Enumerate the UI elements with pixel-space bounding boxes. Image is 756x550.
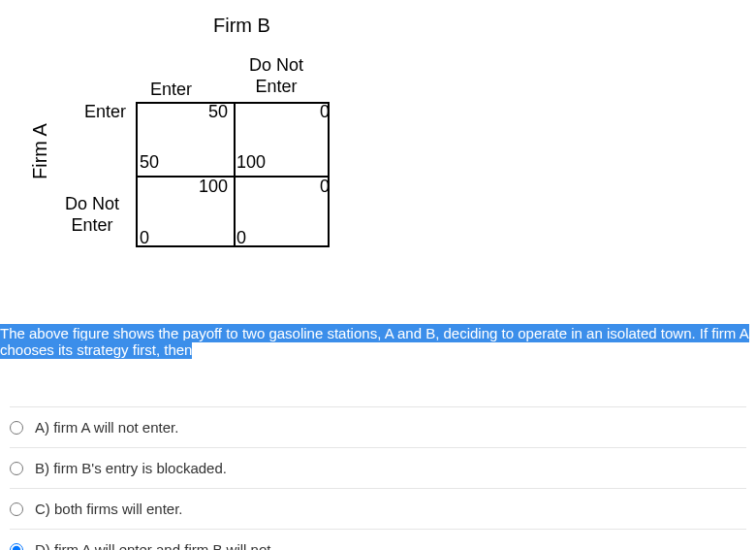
payoff-bl-a: 0: [140, 228, 149, 248]
option-c[interactable]: C) both firms will enter.: [10, 489, 746, 530]
payoff-tl-b: 50: [208, 102, 228, 122]
row-header-not-enter: Do Not Enter: [65, 194, 119, 236]
answer-options: A) firm A will not enter. B) firm B's en…: [0, 406, 756, 550]
option-d[interactable]: D) firm A will enter and firm B will not…: [10, 530, 746, 550]
payoff-figure: Firm B Firm A Enter Do Not Enter Enter D…: [19, 5, 388, 276]
option-d-label: D) firm A will enter and firm B will not…: [35, 541, 275, 550]
col2-line2: Enter: [249, 77, 303, 98]
col-header-not-enter: Do Not Enter: [249, 55, 303, 97]
firm-b-label: Firm B: [213, 15, 270, 37]
option-b-label: B) firm B's entry is blockaded.: [35, 460, 227, 476]
payoff-br-b: 0: [320, 177, 330, 197]
question-block: The above figure shows the payoff to two…: [0, 325, 756, 358]
option-a-label: A) firm A will not enter.: [35, 419, 178, 436]
question-text: The above figure shows the payoff to two…: [0, 324, 749, 359]
option-a-radio[interactable]: [10, 421, 23, 435]
option-d-radio[interactable]: [10, 543, 23, 551]
payoff-tr-a: 100: [236, 152, 266, 173]
firm-a-label: Firm A: [29, 123, 51, 179]
row2-line1: Do Not: [65, 194, 119, 215]
matrix-vline: [234, 104, 236, 245]
row2-line2: Enter: [65, 215, 119, 237]
col2-line1: Do Not: [249, 55, 303, 77]
option-a[interactable]: A) firm A will not enter.: [10, 406, 746, 448]
option-c-label: C) both firms will enter.: [35, 501, 183, 517]
matrix-hline: [138, 176, 328, 178]
col-header-enter: Enter: [150, 80, 192, 100]
payoff-bl-b: 100: [199, 177, 228, 197]
payoff-matrix: [136, 102, 330, 247]
option-b[interactable]: B) firm B's entry is blockaded.: [10, 448, 746, 489]
option-b-radio[interactable]: [10, 462, 23, 475]
payoff-tl-a: 50: [140, 152, 159, 173]
option-c-radio[interactable]: [10, 502, 23, 516]
payoff-br-a: 0: [236, 228, 246, 248]
row-header-enter: Enter: [84, 102, 126, 122]
payoff-tr-b: 0: [320, 102, 330, 122]
